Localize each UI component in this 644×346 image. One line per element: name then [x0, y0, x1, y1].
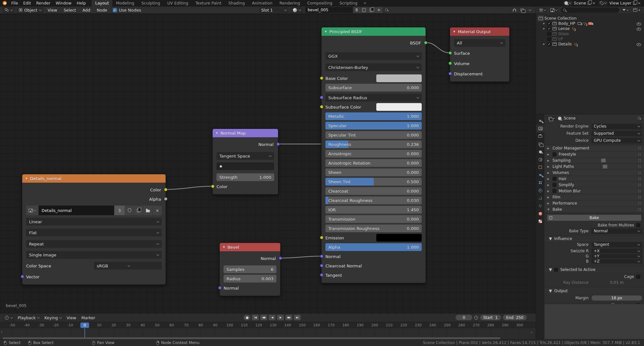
panel-film[interactable]: ▶Film: [544, 194, 644, 200]
output-subpanel[interactable]: ▼Output: [544, 287, 644, 294]
socket-in-details-normal-vector[interactable]: [21, 275, 24, 278]
cage-checkbox[interactable]: [636, 275, 640, 279]
snap-target-dropdown[interactable]: [519, 7, 525, 13]
jump-end-button[interactable]: ▶|: [294, 315, 301, 320]
new-collection-button[interactable]: +: [632, 8, 642, 13]
playhead-marker[interactable]: 0: [81, 322, 89, 328]
socket-in-bevel-normal[interactable]: [218, 286, 222, 290]
slider-sheen-tint[interactable]: Sheen Tint0.500: [325, 178, 422, 186]
workspace-tab-modeling[interactable]: Modeling: [112, 0, 138, 6]
menu-view[interactable]: View: [45, 8, 60, 13]
outliner-row-details[interactable]: ▶✓Details▽2: [536, 42, 644, 47]
node-bevel[interactable]: ▼BevelNormalSamples6Radius0.003Normal: [219, 243, 281, 296]
unlink-material-button[interactable]: ×: [375, 7, 382, 13]
menu-help[interactable]: Help: [74, 0, 89, 6]
margin-slider[interactable]: 16 px: [591, 295, 642, 301]
outliner-row-scene-collection[interactable]: Scene Collection: [536, 16, 644, 21]
selected-to-active-subpanel[interactable]: ▼Selected to Active: [544, 266, 644, 273]
slider-subsurface[interactable]: Subsurface0.000: [325, 84, 422, 91]
expand-icon[interactable]: ▶: [543, 27, 546, 30]
socket-in-material-output-volume[interactable]: [448, 62, 452, 65]
node-header-details-normal[interactable]: ▼Details_normal: [22, 174, 166, 183]
new-material-button[interactable]: [368, 7, 375, 13]
socket-out-details-normal-alpha[interactable]: [164, 197, 168, 201]
scene-selector[interactable]: Scene×: [563, 1, 595, 5]
panel-performance[interactable]: ▶Performance: [544, 200, 644, 207]
slider-roughness[interactable]: Roughness0.236: [325, 140, 422, 148]
selectability-checkbox[interactable]: [547, 32, 551, 36]
slider-samples[interactable]: Samples6: [224, 265, 276, 273]
menu-file[interactable]: File: [9, 0, 21, 6]
panel-volumes[interactable]: ▶Volumes: [544, 170, 644, 176]
pin-icon[interactable]: [637, 116, 641, 120]
tab-tool[interactable]: [536, 117, 544, 125]
editor-type-button[interactable]: [3, 315, 15, 321]
outliner-row-glass[interactable]: Glass: [536, 31, 644, 36]
dropdown-all[interactable]: All: [454, 39, 505, 47]
overlay-dropdown[interactable]: [527, 7, 533, 13]
bake-from-multires-checkbox[interactable]: [636, 223, 640, 227]
image-name-field[interactable]: Details_normal: [39, 206, 114, 215]
socket-in-material-output-displacement[interactable]: [448, 72, 452, 75]
menu-view[interactable]: View: [64, 315, 79, 320]
collapse-icon[interactable]: ▼: [325, 30, 327, 33]
slider-clearcoat[interactable]: Clearcoat0.000: [325, 187, 422, 195]
shading-type-dropdown[interactable]: Object: [17, 7, 43, 13]
tab-material[interactable]: [536, 210, 544, 217]
slider-transmission-roughness[interactable]: Transmission Roughness0.000: [325, 225, 422, 232]
selected-to-active-checkbox[interactable]: [554, 268, 558, 272]
dropdown-flat[interactable]: Flat: [26, 229, 162, 236]
socket-in-principled-bsdf-tangent[interactable]: [320, 273, 323, 277]
expand-icon[interactable]: ▶: [543, 43, 546, 45]
slider-anisotropic[interactable]: Anisotropic0.000: [325, 150, 422, 158]
snap-icon-button[interactable]: [511, 7, 518, 13]
socket-in-principled-bsdf-clearcoat-normal[interactable]: [320, 264, 323, 267]
workspace-tab-shading[interactable]: Shading: [225, 0, 248, 6]
hide-in-viewport-icon[interactable]: [637, 42, 641, 46]
slider-sheen[interactable]: Sheen0.000: [325, 168, 422, 176]
socket-in-principled-bsdf-base-color[interactable]: [320, 76, 323, 80]
use-nodes-checkbox[interactable]: ✓: [113, 8, 117, 12]
menu-edit[interactable]: Edit: [21, 0, 34, 6]
socket-out-principled-bsdf-bsdf[interactable]: [424, 41, 428, 44]
playhead-line[interactable]: [84, 328, 85, 337]
menu-render[interactable]: Render: [34, 0, 53, 6]
slider-transmission[interactable]: Transmission0.000: [325, 215, 422, 223]
tab-particles[interactable]: [536, 179, 544, 187]
play-button[interactable]: ▶: [277, 315, 284, 320]
workspace-tab-scripting[interactable]: Scripting: [336, 0, 361, 6]
node-details-normal[interactable]: ▼Details_normalColorAlphaDetails_normal3…: [22, 174, 166, 285]
record-button[interactable]: ●: [244, 315, 250, 320]
pin-icon[interactable]: [384, 8, 389, 12]
outliner-row-lp[interactable]: LP: [536, 36, 644, 42]
image-users-count[interactable]: 3: [114, 206, 125, 215]
node-material-output[interactable]: ▼Material OutputAllSurfaceVolumeDisplace…: [450, 27, 510, 82]
blender-logo[interactable]: [3, 1, 7, 5]
ray-distance-field[interactable]: 0.01 m: [591, 280, 642, 285]
workspace-add-button[interactable]: +: [361, 0, 369, 6]
node-header-material-output[interactable]: ▼Material Output: [450, 27, 509, 36]
panel-hair[interactable]: ▶Hair: [544, 176, 644, 182]
dropdown-subsurface-radius[interactable]: Subsurface Radius: [325, 94, 422, 101]
tab-constraints[interactable]: [536, 194, 544, 202]
view-layer-dropdown[interactable]: [599, 1, 608, 5]
panel-motion-blur[interactable]: ▶Motion Blur: [544, 188, 644, 194]
menu-keying[interactable]: Keying: [42, 315, 64, 320]
tab-object-data[interactable]: ▽: [536, 202, 544, 210]
delete-scene-button[interactable]: ×: [592, 2, 595, 5]
new-scene-button[interactable]: [588, 1, 591, 5]
panel-checkbox[interactable]: [553, 152, 556, 156]
filter-dropdown[interactable]: [621, 8, 630, 12]
slider-strength[interactable]: Strength1.000: [216, 173, 274, 181]
dropdown-repeat[interactable]: Repeat: [26, 240, 162, 248]
panel-checkbox[interactable]: [553, 177, 556, 181]
use-nodes-toggle[interactable]: ✓Use Nodes: [113, 8, 141, 13]
uv-map-field[interactable]: [216, 162, 274, 170]
panel-simplify[interactable]: ▶Simplify: [544, 182, 644, 188]
preset-icon[interactable]: [601, 159, 606, 162]
swizzle-dropdown-g[interactable]: +Y: [591, 254, 642, 258]
dropdown-srgb[interactable]: sRGB: [94, 262, 162, 270]
tab-view-layer[interactable]: [536, 140, 544, 148]
jump-start-button[interactable]: |◀: [252, 315, 259, 320]
material-name-field[interactable]: bevel_005: [305, 7, 353, 13]
